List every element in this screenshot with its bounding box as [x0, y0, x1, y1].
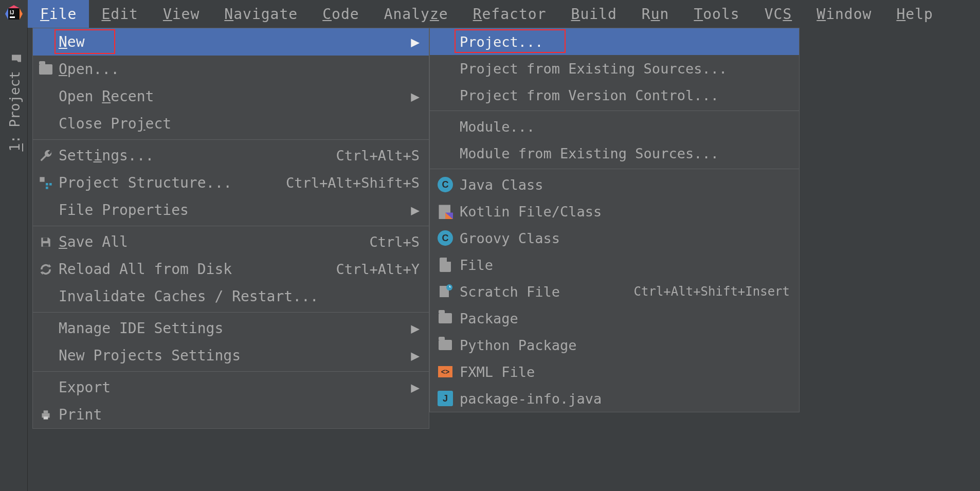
project-tool-window-tab[interactable]: 1: Project — [0, 48, 30, 157]
folder-icon — [9, 52, 21, 65]
menubar-item-edit[interactable]: Edit — [89, 0, 150, 28]
menubar-item-run[interactable]: Run — [629, 0, 682, 28]
new-menu-item-java-class[interactable]: CJava Class — [430, 171, 799, 198]
menu-item-label: Open Recent — [59, 88, 154, 105]
menu-separator — [33, 312, 429, 313]
svg-rect-11 — [44, 416, 48, 419]
menu-item-label: Java Class — [460, 177, 543, 193]
shortcut-label: Ctrl+Alt+Y — [336, 261, 420, 277]
file-menu-item-new-projects-settings[interactable]: New Projects Settings▶ — [33, 342, 429, 369]
blank-icon — [437, 87, 453, 103]
blank-icon — [38, 348, 53, 363]
new-menu-item-project-from-existing-sources[interactable]: Project from Existing Sources... — [430, 55, 799, 82]
menubar-item-navigate[interactable]: Navigate — [212, 0, 310, 28]
app-logo: IJ — [0, 0, 28, 28]
blank-icon — [38, 89, 53, 104]
reload-icon — [38, 262, 53, 277]
folder-icon — [437, 310, 453, 326]
menu-item-label: Project... — [460, 34, 543, 50]
new-menu-item-file[interactable]: File — [430, 251, 799, 278]
new-menu-item-package-info-java[interactable]: Jpackage-info.java — [430, 385, 799, 412]
svg-rect-7 — [43, 238, 48, 241]
structure-icon — [38, 175, 53, 191]
menu-separator — [33, 226, 429, 226]
menu-item-label: Module... — [460, 119, 535, 135]
menubar-item-view[interactable]: View — [151, 0, 212, 28]
menu-item-label: Reload All from Disk — [59, 261, 232, 278]
menu-item-label: New Projects Settings — [59, 347, 241, 364]
svg-rect-6 — [46, 187, 48, 189]
submenu-arrow-icon: ▶ — [411, 202, 420, 219]
file-menu-item-file-properties[interactable]: File Properties▶ — [33, 196, 429, 224]
menubar-item-build[interactable]: Build — [559, 0, 629, 28]
submenu-arrow-icon: ▶ — [411, 320, 420, 337]
new-menu-item-groovy-class[interactable]: CGroovy Class — [430, 225, 799, 251]
menubar-item-analyze[interactable]: Analyze — [372, 0, 461, 28]
menubar-item-code[interactable]: Code — [310, 0, 371, 28]
new-menu-item-project[interactable]: Project... — [430, 28, 799, 55]
shortcut-label: Ctrl+S — [369, 234, 420, 250]
menubar-item-help[interactable]: Help — [884, 0, 945, 28]
file-menu-item-open-recent[interactable]: Open Recent▶ — [33, 83, 429, 110]
file-menu-item-print[interactable]: Print — [33, 401, 429, 428]
scratch-icon — [437, 283, 453, 300]
menubar-item-window[interactable]: Window — [804, 0, 884, 28]
svg-rect-5 — [49, 183, 52, 186]
menu-item-label: Groovy Class — [460, 230, 560, 246]
submenu-arrow-icon: ▶ — [411, 379, 420, 396]
kotlin-icon — [437, 203, 453, 220]
submenu-arrow-icon: ▶ — [411, 347, 420, 364]
wrench-icon — [38, 148, 53, 163]
left-rail: 1: Project — [0, 28, 28, 491]
menu-item-label: Kotlin File/Class — [460, 204, 602, 220]
new-menu-item-python-package[interactable]: Python Package — [430, 332, 799, 358]
fxml-icon: <> — [437, 363, 453, 380]
file-menu-item-close-project[interactable]: Close Project — [33, 110, 429, 137]
file-menu-item-invalidate-caches-restart[interactable]: Invalidate Caches / Restart... — [33, 283, 429, 310]
menu-item-label: New — [59, 33, 85, 50]
menu-item-label: Project from Existing Sources... — [460, 61, 727, 77]
file-menu-item-open[interactable]: Open... — [33, 56, 429, 83]
new-menu-item-scratch-file[interactable]: Scratch FileCtrl+Alt+Shift+Insert — [430, 278, 799, 305]
shortcut-label: Ctrl+Alt+Shift+S — [286, 175, 420, 191]
menu-item-label: Scratch File — [460, 284, 560, 300]
new-menu-item-kotlin-file-class[interactable]: Kotlin File/Class — [430, 198, 799, 225]
project-tab-label: 1: Project — [7, 71, 23, 152]
menubar-item-refactor[interactable]: Refactor — [461, 0, 559, 28]
menu-item-label: Module from Existing Sources... — [460, 146, 719, 161]
file-menu-item-export[interactable]: Export▶ — [33, 374, 429, 401]
folder-icon — [437, 337, 453, 353]
blank-icon — [38, 321, 53, 336]
intellij-logo-icon: IJ — [5, 5, 23, 23]
file-menu-item-settings[interactable]: Settings...Ctrl+Alt+S — [33, 142, 429, 169]
menubar-item-tools[interactable]: Tools — [681, 0, 752, 28]
new-menu-item-module-from-existing-sources[interactable]: Module from Existing Sources... — [430, 140, 799, 167]
menu-item-label: Export — [59, 379, 111, 396]
new-menu-item-package[interactable]: Package — [430, 305, 799, 332]
menubar-item-vcs[interactable]: VCS — [752, 0, 805, 28]
file-menu-item-reload-all-from-disk[interactable]: Reload All from DiskCtrl+Alt+Y — [33, 256, 429, 283]
blank-icon — [437, 145, 453, 161]
file-menu-item-new[interactable]: New▶ — [33, 28, 429, 56]
blank-icon — [437, 33, 453, 50]
menu-item-label: Python Package — [460, 337, 577, 353]
submenu-arrow-icon: ▶ — [411, 33, 420, 50]
blank-icon — [437, 118, 453, 135]
print-icon — [38, 407, 53, 423]
menu-item-label: Close Project — [59, 115, 171, 132]
blank-icon — [437, 60, 453, 77]
file-menu-item-project-structure[interactable]: Project Structure...Ctrl+Alt+Shift+S — [33, 169, 429, 196]
svg-rect-3 — [40, 177, 44, 181]
menubar-item-file[interactable]: File — [28, 0, 89, 28]
blank-icon — [38, 380, 53, 395]
new-menu-item-project-from-version-control[interactable]: Project from Version Control... — [430, 82, 799, 108]
new-menu-item-fxml-file[interactable]: <>FXML File — [430, 358, 799, 385]
new-menu-item-module[interactable]: Module... — [430, 113, 799, 140]
svg-text:IJ: IJ — [10, 10, 14, 15]
svg-rect-4 — [46, 183, 48, 186]
file-menu-item-save-all[interactable]: Save AllCtrl+S — [33, 228, 429, 256]
file-menu-item-manage-ide-settings[interactable]: Manage IDE Settings▶ — [33, 315, 429, 342]
file-menu-popup: New▶Open...Open Recent▶Close ProjectSett… — [32, 28, 429, 429]
menu-separator — [430, 111, 799, 111]
svg-rect-10 — [44, 410, 48, 413]
